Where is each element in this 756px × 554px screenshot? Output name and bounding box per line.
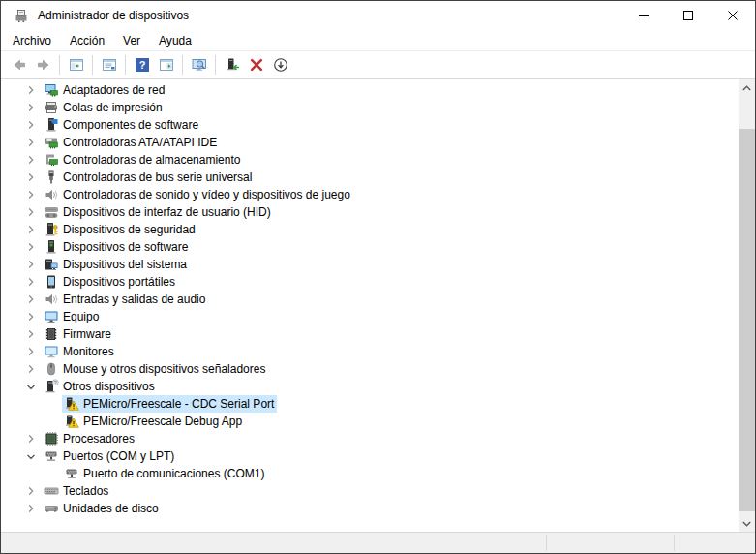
chevron-right-icon[interactable] xyxy=(23,501,39,516)
tree-item-surface[interactable]: Entradas y salidas de audio xyxy=(42,291,208,308)
chevron-down-icon[interactable] xyxy=(23,448,39,464)
chevron-right-icon[interactable] xyxy=(23,187,39,202)
tree-item[interactable]: Firmware xyxy=(1,325,739,343)
tree-item[interactable]: Dispositivos de software xyxy=(1,238,739,256)
tree-item[interactable]: Componentes de software xyxy=(1,116,739,134)
vertical-scrollbar[interactable] xyxy=(739,79,755,532)
tree-item-surface[interactable]: Unidades de disco xyxy=(42,500,162,517)
tree-item[interactable]: Controladoras de bus serie universal xyxy=(1,169,739,186)
tree-item-surface[interactable]: Dispositivos de software xyxy=(42,238,191,256)
tree-item[interactable]: Entradas y salidas de audio xyxy=(1,291,739,308)
tree-item[interactable]: Controladoras de almacenamiento xyxy=(1,151,739,169)
tree-item-surface[interactable]: Teclados xyxy=(42,482,111,500)
action-pane-button[interactable] xyxy=(155,54,177,77)
tree-item[interactable]: Puertos (COM y LPT) xyxy=(1,447,739,465)
tree-item[interactable]: Monitores xyxy=(1,343,739,360)
chevron-right-icon[interactable] xyxy=(23,135,39,150)
tree-item-surface[interactable]: Dispositivos de seguridad xyxy=(42,221,198,238)
tree-item[interactable]: Mouse y otros dispositivos señaladores xyxy=(1,360,739,378)
scroll-up-arrow-icon[interactable] xyxy=(739,79,755,96)
tree-item[interactable]: Procesadores xyxy=(1,430,739,447)
scroll-down-arrow-icon[interactable] xyxy=(739,515,755,532)
chevron-right-icon[interactable] xyxy=(23,274,39,290)
chevron-right-icon[interactable] xyxy=(23,152,39,168)
tree-item-surface[interactable]: Componentes de software xyxy=(42,116,201,134)
properties-button[interactable] xyxy=(98,54,120,77)
tree-item[interactable]: Controladoras de sonido y vídeo y dispos… xyxy=(1,186,739,203)
tree-item[interactable]: Equipo xyxy=(1,308,739,325)
tree-item-surface[interactable]: Dispositivos de interfaz de usuario (HID… xyxy=(42,203,274,221)
chevron-right-icon[interactable] xyxy=(23,483,39,499)
toolbar-separator xyxy=(125,55,126,75)
tree-item[interactable]: Dispositivos del sistema xyxy=(1,256,739,273)
chevron-right-icon[interactable] xyxy=(23,344,39,359)
tree-item[interactable]: Dispositivos portátiles xyxy=(1,273,739,291)
chevron-right-icon[interactable] xyxy=(23,82,39,98)
tree-item[interactable]: Adaptadores de red xyxy=(1,81,739,99)
scrollbar-thumb[interactable] xyxy=(739,129,755,511)
chevron-down-icon[interactable] xyxy=(23,379,39,394)
tree-item-surface[interactable]: Controladoras de almacenamiento xyxy=(42,151,243,169)
back-button[interactable] xyxy=(8,54,30,77)
scan-hardware-changes-button[interactable] xyxy=(188,54,210,77)
tree-item-label: Dispositivos portátiles xyxy=(63,273,175,291)
tree-item-surface[interactable]: Dispositivos portátiles xyxy=(42,273,178,291)
chevron-right-icon[interactable] xyxy=(23,309,39,324)
minimize-button[interactable] xyxy=(621,1,666,30)
tree-item[interactable]: PEMicro/Freescale - CDC Serial Port xyxy=(1,395,739,413)
chevron-right-icon[interactable] xyxy=(23,204,39,220)
tree-item[interactable]: Unidades de disco xyxy=(1,500,739,517)
tree-item[interactable]: Puerto de comunicaciones (COM1) xyxy=(1,465,739,482)
tree-item-surface[interactable]: Controladoras ATA/ATAPI IDE xyxy=(42,134,220,151)
update-driver-button[interactable] xyxy=(221,54,243,77)
chevron-right-icon[interactable] xyxy=(23,431,39,446)
close-button[interactable] xyxy=(711,1,755,30)
tree-item-surface[interactable]: Puertos (COM y LPT) xyxy=(42,447,177,465)
title-bar[interactable]: Administrador de dispositivos xyxy=(1,1,755,30)
menu-accion[interactable]: Acción xyxy=(62,32,112,49)
tree-item-surface[interactable]: Colas de impresión xyxy=(42,99,166,116)
tree-item-surface[interactable]: Puerto de comunicaciones (COM1) xyxy=(62,465,267,482)
tree-item[interactable]: PEMicro/Freescale Debug App xyxy=(1,413,739,430)
chevron-right-icon[interactable] xyxy=(23,222,39,237)
selected-tree-item-surface[interactable]: PEMicro/Freescale - CDC Serial Port xyxy=(62,395,277,413)
tree-item-surface[interactable]: ?Otros dispositivos xyxy=(42,378,158,395)
tree-item-surface[interactable]: Mouse y otros dispositivos señaladores xyxy=(42,360,268,378)
show-console-tree-button[interactable] xyxy=(65,54,87,77)
tree-item[interactable]: Teclados xyxy=(1,482,739,500)
maximize-button[interactable] xyxy=(666,1,711,30)
tree-item-surface[interactable]: Adaptadores de red xyxy=(42,81,167,99)
forward-button[interactable] xyxy=(32,54,54,77)
tree-item-surface[interactable]: Dispositivos del sistema xyxy=(42,256,190,273)
tree-item-surface[interactable]: Controladoras de sonido y vídeo y dispos… xyxy=(42,186,353,203)
disable-device-button[interactable] xyxy=(269,54,291,77)
tree-item[interactable]: Dispositivos de seguridad xyxy=(1,221,739,238)
menu-ayuda[interactable]: Ayuda xyxy=(151,32,199,49)
tree-item[interactable]: Dispositivos de interfaz de usuario (HID… xyxy=(1,203,739,221)
menu-ver[interactable]: Ver xyxy=(115,32,148,49)
toolbar-group xyxy=(64,54,88,77)
tree-item-surface[interactable]: Procesadores xyxy=(42,430,137,447)
chevron-right-icon[interactable] xyxy=(23,326,39,342)
tree-item-surface[interactable]: Firmware xyxy=(42,325,114,343)
chevron-right-icon[interactable] xyxy=(23,292,39,307)
portable-device-icon xyxy=(44,274,59,290)
tree-item-surface[interactable]: PEMicro/Freescale Debug App xyxy=(62,413,245,430)
chevron-right-icon[interactable] xyxy=(23,169,39,185)
help-button[interactable]: ? xyxy=(131,54,153,77)
uninstall-device-button[interactable] xyxy=(245,54,267,77)
tree-item-surface[interactable]: Equipo xyxy=(42,308,102,325)
tree-item[interactable]: Colas de impresión xyxy=(1,99,739,116)
minimize-icon xyxy=(639,11,649,20)
chevron-right-icon[interactable] xyxy=(23,239,39,255)
menu-archivo[interactable]: Archivo xyxy=(5,32,59,49)
tree-item[interactable]: ?Otros dispositivos xyxy=(1,378,739,395)
tree-item-surface[interactable]: Controladoras de bus serie universal xyxy=(42,169,255,186)
chevron-right-icon[interactable] xyxy=(23,117,39,133)
chevron-right-icon[interactable] xyxy=(23,100,39,115)
back-arrow-icon xyxy=(12,57,27,73)
chevron-right-icon[interactable] xyxy=(23,361,39,377)
chevron-right-icon[interactable] xyxy=(23,257,39,272)
tree-item[interactable]: Controladoras ATA/ATAPI IDE xyxy=(1,134,739,151)
tree-item-surface[interactable]: Monitores xyxy=(42,343,117,360)
